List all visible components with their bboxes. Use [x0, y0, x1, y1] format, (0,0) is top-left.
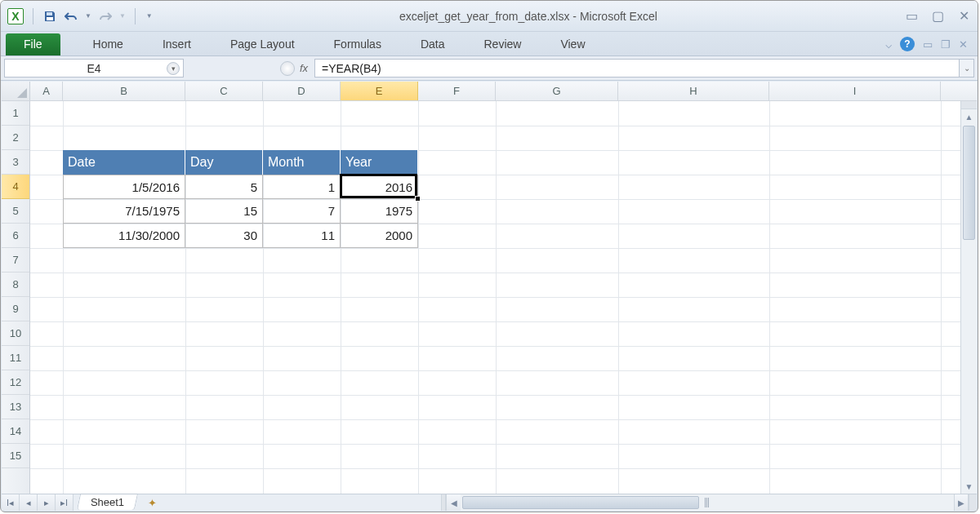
sheet-nav-last-icon[interactable]: ▸I — [56, 494, 74, 511]
col-header-F[interactable]: F — [418, 82, 496, 100]
worksheet-area: ABCDEFGHI 123456789101112131415 DateDayM… — [2, 82, 977, 494]
select-all-corner[interactable] — [2, 82, 30, 100]
cell-E4[interactable]: 2016 — [341, 175, 418, 199]
cell-C4[interactable]: 5 — [185, 175, 263, 199]
row-header-2[interactable]: 2 — [2, 126, 29, 150]
cell-B3[interactable]: Date — [63, 150, 185, 175]
file-tab[interactable]: File — [6, 33, 60, 55]
cell-D5[interactable]: 7 — [263, 199, 341, 224]
tab-data[interactable]: Data — [421, 38, 445, 51]
tab-view[interactable]: View — [560, 38, 585, 51]
excel-logo-icon: X — [7, 8, 24, 24]
vscroll-down-icon[interactable]: ▼ — [961, 479, 977, 494]
col-header-I[interactable]: I — [769, 82, 941, 100]
cell-D4[interactable]: 1 — [263, 175, 341, 199]
window-title: exceljet_get_year_from_date.xlsx - Micro… — [153, 10, 904, 23]
cell-C3[interactable]: Day — [185, 150, 263, 175]
cells-area[interactable]: DateDayMonthYear1/5/20165120167/15/19751… — [30, 101, 977, 494]
row-header-13[interactable]: 13 — [2, 395, 29, 419]
sheet-tab[interactable]: Sheet1 — [77, 494, 138, 510]
name-box[interactable]: E4 ▾ — [4, 59, 184, 78]
cell-B4[interactable]: 1/5/2016 — [63, 175, 185, 199]
cell-D3[interactable]: Month — [263, 150, 341, 175]
hscroll-split-handle[interactable] — [969, 494, 977, 511]
ribbon-tab-list: Home Insert Page Layout Formulas Data Re… — [93, 38, 586, 51]
cell-C6[interactable]: 30 — [185, 224, 263, 248]
cell-C5[interactable]: 15 — [185, 199, 263, 224]
tab-formulas[interactable]: Formulas — [334, 38, 381, 51]
horizontal-scrollbar[interactable]: ◀ ▶ — [446, 494, 969, 511]
tab-insert[interactable]: Insert — [163, 38, 191, 51]
formula-input[interactable]: =YEAR(B4) — [314, 59, 960, 78]
svg-rect-1 — [47, 17, 53, 20]
sheet-nav-buttons: I◂ ◂ ▸ ▸I — [2, 494, 74, 511]
formula-expand-icon[interactable]: ⌄ — [960, 59, 974, 78]
qat-separator-2 — [135, 8, 136, 24]
hscroll-right-icon[interactable]: ▶ — [954, 494, 969, 511]
hscroll-left-icon[interactable]: ◀ — [446, 494, 461, 511]
redo-icon[interactable] — [98, 9, 113, 24]
cell-E6[interactable]: 2000 — [341, 224, 418, 248]
col-header-A[interactable]: A — [30, 82, 63, 100]
row-header-11[interactable]: 11 — [2, 346, 29, 370]
row-header-5[interactable]: 5 — [2, 199, 29, 224]
vscroll-split-handle[interactable] — [961, 101, 977, 109]
undo-dropdown-icon[interactable]: ▼ — [85, 12, 91, 20]
hscroll-thumb[interactable] — [462, 496, 699, 509]
sheet-nav-next-icon[interactable]: ▸ — [38, 494, 56, 511]
hscroll-tick-icon — [705, 498, 710, 507]
cell-D6[interactable]: 11 — [263, 224, 341, 248]
cell-E5[interactable]: 1975 — [341, 199, 418, 224]
sheet-tab-label: Sheet1 — [91, 496, 124, 508]
row-header-14[interactable]: 14 — [2, 419, 29, 444]
tab-home[interactable]: Home — [93, 38, 123, 51]
undo-icon[interactable] — [64, 9, 78, 24]
col-header-H[interactable]: H — [618, 82, 769, 100]
row-header-4[interactable]: 4 — [2, 175, 29, 199]
col-header-C[interactable]: C — [185, 82, 263, 100]
close-button[interactable]: ✕ — [956, 9, 971, 24]
qat-customize-icon[interactable]: ▼ — [146, 12, 153, 20]
col-header-E[interactable]: E — [341, 82, 418, 100]
title-bar: X ▼ ▼ ▼ exceljet_get_year_from_date.xlsx… — [1, 1, 978, 32]
vscroll-thumb[interactable] — [963, 126, 975, 240]
col-header-D[interactable]: D — [263, 82, 341, 100]
workbook-minimize-button[interactable]: ▭ — [923, 38, 933, 51]
ribbon-chevron-icon[interactable]: ⌵ — [885, 38, 892, 51]
qat-separator — [33, 8, 33, 24]
tab-review[interactable]: Review — [484, 38, 522, 51]
row-header-8[interactable]: 8 — [2, 273, 29, 297]
save-icon[interactable] — [42, 9, 57, 24]
fx-button[interactable]: fx — [300, 62, 308, 74]
row-header-6[interactable]: 6 — [2, 224, 29, 248]
sheet-nav-prev-icon[interactable]: ◂ — [20, 494, 38, 511]
cell-B5[interactable]: 7/15/1975 — [63, 199, 185, 224]
sheet-nav-first-icon[interactable]: I◂ — [2, 494, 20, 511]
new-sheet-icon[interactable]: ✦ — [141, 494, 163, 511]
minimize-button[interactable]: ▭ — [904, 9, 919, 24]
vscroll-up-icon[interactable]: ▲ — [961, 109, 977, 124]
workbook-close-button[interactable]: ✕ — [959, 38, 968, 51]
vscroll-track[interactable] — [961, 124, 977, 479]
hscroll-track[interactable] — [461, 494, 954, 511]
maximize-button[interactable]: ▢ — [930, 9, 945, 24]
name-box-dropdown-icon[interactable]: ▾ — [167, 62, 180, 75]
redo-dropdown-icon[interactable]: ▼ — [119, 12, 126, 20]
row-header-3[interactable]: 3 — [2, 150, 29, 175]
row-header-9[interactable]: 9 — [2, 297, 29, 321]
col-header-B[interactable]: B — [63, 82, 185, 100]
row-header-10[interactable]: 10 — [2, 321, 29, 346]
row-header-1[interactable]: 1 — [2, 101, 29, 126]
vertical-scrollbar[interactable]: ▲ ▼ — [960, 101, 977, 494]
cell-E3[interactable]: Year — [341, 150, 418, 175]
row-header-15[interactable]: 15 — [2, 444, 29, 468]
workbook-restore-button[interactable]: ❐ — [941, 38, 951, 51]
cell-B6[interactable]: 11/30/2000 — [63, 224, 185, 248]
tab-page-layout[interactable]: Page Layout — [230, 38, 295, 51]
help-icon[interactable]: ? — [900, 37, 915, 51]
fx-area: fx — [184, 61, 314, 76]
col-header-G[interactable]: G — [496, 82, 618, 100]
row-headers: 123456789101112131415 — [2, 101, 30, 494]
row-header-12[interactable]: 12 — [2, 370, 29, 395]
row-header-7[interactable]: 7 — [2, 248, 29, 273]
